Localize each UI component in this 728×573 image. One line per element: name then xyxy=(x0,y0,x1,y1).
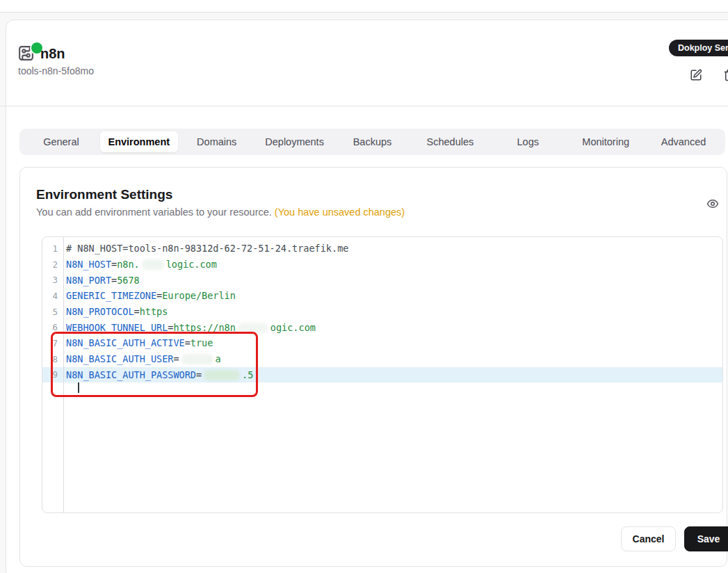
code-segment: = xyxy=(111,259,117,270)
cancel-button[interactable]: Cancel xyxy=(621,526,676,551)
code-segment: = xyxy=(111,275,117,286)
code-text: N8N_BASIC_AUTH_ACTIVE=true xyxy=(58,337,213,348)
gutter-border xyxy=(63,237,64,513)
tab-general[interactable]: General xyxy=(22,131,100,152)
code-segment: n8n. xyxy=(117,259,140,270)
code-text: # N8N_HOST=tools-n8n-98312d-62-72-51-24.… xyxy=(58,243,348,254)
code-segment: true xyxy=(191,337,213,348)
code-line-5[interactable]: 5N8N_PROTOCOL=https xyxy=(42,304,722,320)
unsaved-changes-notice: (You have unsaved changes) xyxy=(275,207,405,218)
save-button[interactable]: Save xyxy=(684,526,728,551)
code-segment: = xyxy=(173,353,179,364)
code-text: N8N_PORT=5678 xyxy=(58,275,140,286)
code-segment: # N8N_HOST=tools-n8n-98312d-62-72-51-24.… xyxy=(66,243,348,254)
trash-icon[interactable] xyxy=(723,69,728,81)
app-subtitle: tools-n8n-5fo8mo xyxy=(18,65,94,76)
line-number: 7 xyxy=(42,338,58,348)
code-text: GENERIC_TIMEZONE=Europe/Berlin xyxy=(58,290,236,301)
header-divider xyxy=(0,106,728,106)
line-number: 1 xyxy=(42,243,58,254)
line-number: 3 xyxy=(42,275,58,285)
code-segment: ogic.com xyxy=(270,322,316,333)
code-line-1[interactable]: 1# N8N_HOST=tools-n8n-98312d-62-72-51-24… xyxy=(42,241,722,257)
tab-domains[interactable]: Domains xyxy=(178,131,256,152)
tab-backups[interactable]: Backups xyxy=(334,131,412,152)
code-segment: = xyxy=(134,306,140,317)
code-segment: .5 xyxy=(242,369,253,380)
edit-icon[interactable] xyxy=(690,69,702,81)
redacted-value xyxy=(238,323,268,333)
page: n8n tools-n8n-5fo8mo Dokploy Server Gene… xyxy=(0,0,728,573)
line-number: 4 xyxy=(42,291,58,301)
code-segment: GENERIC_TIMEZONE xyxy=(66,290,156,301)
code-segment: N8N_HOST xyxy=(66,259,111,270)
env-code-editor[interactable]: 1# N8N_HOST=tools-n8n-98312d-62-72-51-24… xyxy=(42,236,723,513)
code-segment: N8N_BASIC_AUTH_PASSWORD xyxy=(66,369,196,380)
redacted-value xyxy=(181,354,213,364)
code-text: N8N_BASIC_AUTH_PASSWORD=.5 xyxy=(58,369,253,381)
code-text: N8N_HOST=n8n.logic.com xyxy=(58,259,217,271)
line-number: 9 xyxy=(42,369,58,380)
panel-description: You can add environment variables to you… xyxy=(36,207,405,218)
code-segment: = xyxy=(185,337,191,348)
code-segment: https xyxy=(140,306,168,317)
text-cursor xyxy=(78,382,79,393)
line-number: 2 xyxy=(42,259,58,270)
tab-monitoring[interactable]: Monitoring xyxy=(567,131,645,152)
code-segment: N8N_BASIC_AUTH_ACTIVE xyxy=(66,337,185,348)
code-line-2[interactable]: 2N8N_HOST=n8n.logic.com xyxy=(42,257,722,273)
code-line-7[interactable]: 7N8N_BASIC_AUTH_ACTIVE=true xyxy=(42,335,722,351)
tab-bar: GeneralEnvironmentDomainsDeploymentsBack… xyxy=(19,129,725,155)
code-line-9[interactable]: 9N8N_BASIC_AUTH_PASSWORD=.5 xyxy=(42,367,722,383)
code-segment: WEBHOOK_TUNNEL_URL xyxy=(66,322,168,333)
tab-advanced[interactable]: Advanced xyxy=(645,131,722,152)
code-text: WEBHOOK_TUNNEL_URL=https://n8nogic.com xyxy=(58,322,316,334)
tab-deployments[interactable]: Deployments xyxy=(256,131,334,152)
code-segment: = xyxy=(156,290,162,301)
code-text: N8N_BASIC_AUTH_USER=a xyxy=(58,353,221,365)
code-segment: 5678 xyxy=(117,275,140,286)
code-segment: Europe/Berlin xyxy=(162,290,236,301)
eye-icon[interactable] xyxy=(706,197,719,210)
app-title: n8n xyxy=(40,46,65,62)
code-segment: = xyxy=(196,369,202,380)
code-line-3[interactable]: 3N8N_PORT=5678 xyxy=(42,272,722,288)
code-line-8[interactable]: 8N8N_BASIC_AUTH_USER=a xyxy=(42,351,722,367)
code-segment: logic.com xyxy=(166,259,217,270)
redacted-value xyxy=(142,259,164,270)
code-text: N8N_PROTOCOL=https xyxy=(58,306,168,317)
line-number: 8 xyxy=(42,354,58,364)
server-badge: Dokploy Server xyxy=(669,40,728,56)
line-number: 6 xyxy=(42,322,58,332)
code-line-6[interactable]: 6WEBHOOK_TUNNEL_URL=https://n8nogic.com xyxy=(42,319,722,335)
panel-title: Environment Settings xyxy=(36,187,172,202)
panel-description-text: You can add environment variables to you… xyxy=(36,207,272,218)
tab-environment[interactable]: Environment xyxy=(100,131,178,152)
code-segment: N8N_BASIC_AUTH_USER xyxy=(66,353,173,364)
code-line-4[interactable]: 4GENERIC_TIMEZONE=Europe/Berlin xyxy=(42,288,722,304)
tab-logs[interactable]: Logs xyxy=(489,131,567,152)
code-segment: N8N_PORT xyxy=(66,275,111,286)
redacted-value xyxy=(204,370,240,380)
tab-schedules[interactable]: Schedules xyxy=(411,131,489,152)
code-segment: N8N_PROTOCOL xyxy=(66,306,134,317)
code-lines: 1# N8N_HOST=tools-n8n-98312d-62-72-51-24… xyxy=(42,237,722,382)
code-segment: https://n8n xyxy=(173,322,235,333)
code-segment: a xyxy=(216,353,221,364)
line-number: 5 xyxy=(42,307,58,317)
